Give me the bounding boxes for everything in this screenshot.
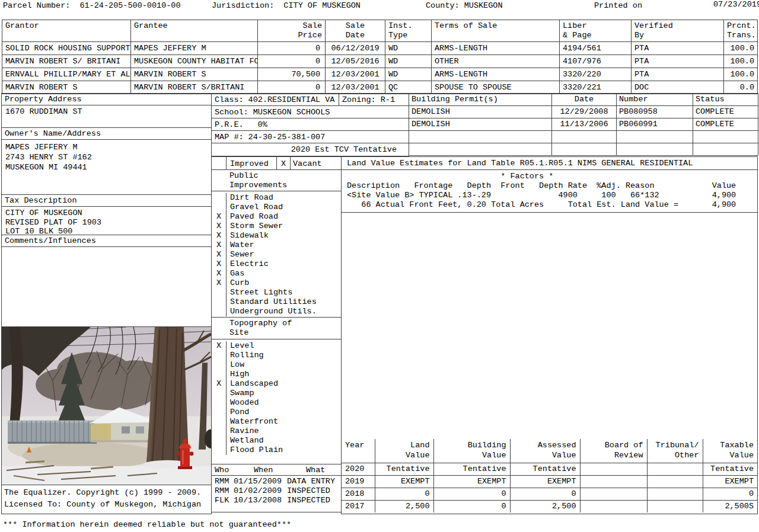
valuation-row: 2019 EXEMPT EXEMPT EXEMPT EXEMPT	[342, 475, 757, 488]
topography-item: Swamp	[212, 389, 341, 398]
factors-value-line: <Site Value B> TYPICAL .13-.29 4900 100 …	[347, 191, 757, 200]
sale-price-cell: 0	[258, 81, 326, 94]
land-value-cell: EXEMPT	[375, 475, 433, 488]
wood-fence	[8, 421, 97, 444]
topography-item: Wooded	[212, 398, 341, 408]
public-improvements-header: PublicImprovements	[212, 170, 341, 191]
building-value-cell: 0	[433, 488, 510, 500]
building-value-cell: 0	[433, 500, 510, 512]
permit-date-cell: 12/29/2008	[552, 106, 617, 118]
history-entry: RMM01/15/2009DATA ENTRY	[215, 477, 341, 486]
improvement-checkbox	[212, 203, 227, 212]
tribunal-other-cell	[647, 475, 703, 488]
improvement-checkbox: X	[212, 278, 227, 288]
topography-item: Flood Plain	[212, 446, 341, 455]
topography-checkbox	[212, 389, 227, 398]
jurisdiction-field: Jurisdiction:CITY OF MUSKEGON	[212, 1, 361, 10]
col-grantor: Grantor	[2, 20, 131, 42]
sale-row: MARVIN ROBERT S/ BRITANI MUSKEGON COUNTY…	[2, 55, 758, 68]
valuation-row: 2018 0 0 0 0	[342, 488, 757, 500]
permit-status-cell	[693, 131, 758, 143]
improvement-checkbox	[212, 307, 227, 316]
map-number-label: MAP #:	[215, 133, 244, 142]
owner-line: MUSKEGON MI 49441	[5, 162, 208, 172]
property-photo	[2, 327, 211, 485]
permit-number-cell	[617, 131, 693, 143]
factors-total-line: 66 Actual Front Feet, 0.20 Total Acres T…	[347, 200, 757, 210]
property-address-header: Property Address	[2, 94, 211, 105]
permit-date-cell	[552, 143, 617, 156]
col-permit-number: Number	[617, 94, 693, 106]
improvement-checkbox	[212, 297, 227, 307]
liber-page-cell: 3320/220	[560, 68, 632, 81]
tribunal-other-cell	[647, 500, 703, 512]
property-photo-image	[2, 327, 211, 485]
sales-history-table: Grantor Grantee SalePrice SaleDate Inst.…	[2, 20, 758, 94]
col-permit-status: Status	[693, 94, 758, 106]
improvement-checkbox	[212, 288, 227, 297]
year-cell: 2020	[342, 463, 375, 475]
tax-line: REVISED PLAT OF 1903	[5, 218, 208, 227]
record-history-box: Who When What RMM01/15/2009DATA ENTRY RM…	[212, 464, 341, 512]
col-permit-date: Date	[552, 94, 617, 106]
land-value-factors: * Factors * Description Frontage Depth F…	[342, 170, 757, 213]
permit-name-cell: DEMOLISH	[409, 106, 552, 118]
col-prcnt-trans: Prcnt.Trans.	[724, 20, 758, 42]
topography-checkbox	[212, 351, 227, 360]
topography-item: Pond	[212, 408, 341, 417]
taxable-value-cell: Tentative	[703, 463, 757, 475]
topography-checkbox	[212, 398, 227, 408]
improved-checkbox	[212, 157, 227, 169]
topography-header: Topography ofSite	[212, 318, 341, 339]
permit-date-cell	[552, 131, 617, 143]
col-sale-date: SaleDate	[326, 20, 385, 42]
tax-description-header: Tax Description	[2, 195, 211, 207]
factors-heading: * Factors *	[347, 172, 757, 181]
property-address-value: 1670 RUDDIMAN ST	[2, 105, 211, 128]
sale-price-cell: 70,500	[258, 68, 326, 81]
land-value-cell: 2,500	[375, 500, 433, 512]
topography-checkbox: X	[212, 341, 227, 351]
taxable-value-cell: 0	[703, 488, 757, 500]
building-value-cell: EXEMPT	[433, 475, 510, 488]
class-label: Class:	[215, 95, 244, 104]
permit-date-cell: 11/13/2006	[552, 118, 617, 131]
col-inst-type: Inst.Type	[385, 20, 432, 42]
improvement-checkbox: X	[212, 269, 227, 278]
parcel-number-field: Parcel Number:61-24-205-500-0010-00	[3, 1, 181, 10]
improvement-checkbox: X	[212, 222, 227, 231]
owner-line: 2743 HENRY ST #162	[5, 152, 208, 162]
prcnt-trans-cell: 100.0	[724, 55, 758, 68]
school-label: School:	[215, 108, 248, 117]
school-value: MUSKEGON SCHOOLS	[253, 108, 330, 117]
improvement-item: XWater	[212, 241, 341, 250]
verified-by-cell: PTA	[632, 68, 724, 81]
terms-cell: OTHER	[432, 55, 560, 68]
grantee-cell: MARVIN ROBERT S/BRITANI	[131, 81, 258, 94]
what-header: What	[287, 466, 341, 475]
valuation-row: 2020 Tentative Tentative Tentative Tenta…	[342, 463, 757, 475]
topography-checkbox	[212, 408, 227, 417]
improvement-item: XGas	[212, 269, 341, 278]
topography-item: XLevel	[212, 341, 341, 351]
permit-name-cell	[409, 131, 552, 143]
taxable-value-cell: 2,500S	[703, 500, 757, 512]
improvement-item: Standard Utilities	[212, 297, 341, 307]
col-grantee: Grantee	[131, 20, 258, 42]
vacant-label: Vacant	[291, 157, 341, 169]
permit-status-cell: COMPLETE	[693, 118, 758, 131]
vacant-checkbox: X	[277, 157, 291, 169]
improvement-item: Street Lights	[212, 288, 341, 297]
history-entry: RMM01/02/2009INSPECTED	[215, 486, 341, 496]
improvement-checkbox	[212, 193, 227, 203]
sale-price-cell: 0	[258, 55, 326, 68]
map-number-value: 24-30-25-381-007	[248, 133, 326, 142]
prcnt-trans-cell: 100.0	[724, 42, 758, 55]
land-value-cell: Tentative	[375, 463, 433, 475]
sale-date-cell: 12/05/2016	[326, 55, 385, 68]
topography-item: Wetland	[212, 436, 341, 446]
valuation-column: Land Value Estimates for Land Table R05.…	[341, 156, 758, 514]
improvement-item: XPaved Road	[212, 212, 341, 222]
permits-header-row: Building Permit(s) Date Number Status	[409, 94, 758, 106]
improvement-checkbox: X	[212, 231, 227, 241]
